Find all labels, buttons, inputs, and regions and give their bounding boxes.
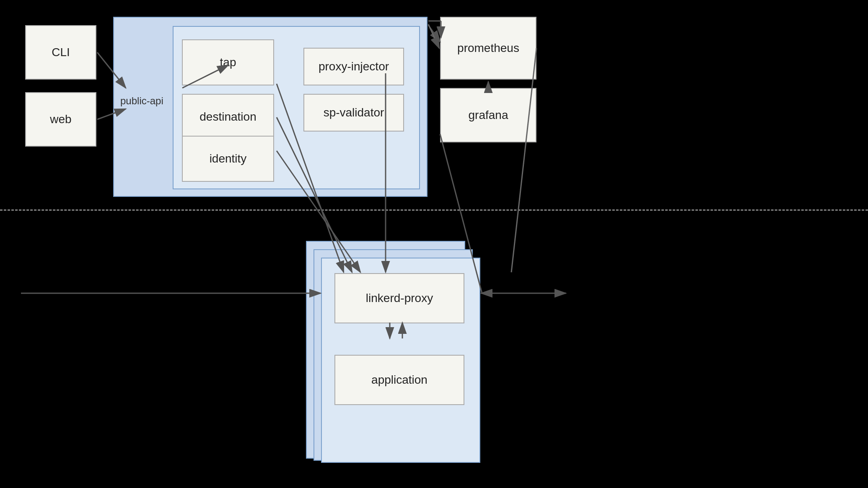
prometheus-box: prometheus: [440, 17, 536, 80]
destination-label: destination: [200, 110, 256, 124]
sp-validator-box: sp-validator: [303, 94, 404, 132]
control-plane-container: public-api tap destination identity prox…: [113, 17, 428, 197]
diagram: CLI web public-api tap destination ident…: [0, 0, 868, 488]
identity-label: identity: [210, 152, 247, 165]
linkerd-proxy-label: linkerd-proxy: [366, 292, 433, 305]
destination-box: destination: [182, 94, 274, 140]
container-to-prometheus-arrow: [428, 25, 440, 42]
tap-box: tap: [182, 39, 274, 85]
web-box: web: [25, 92, 96, 147]
sp-validator-label: sp-validator: [324, 106, 384, 119]
data-plane-container: linkerd-proxy application: [321, 258, 480, 463]
cli-label: CLI: [52, 46, 70, 59]
tap-label: tap: [220, 56, 236, 69]
web-label: web: [50, 113, 71, 126]
proxy-injector-box: proxy-injector: [303, 48, 404, 85]
application-box: application: [334, 355, 464, 405]
prometheus-scrape-line: [511, 48, 536, 272]
grafana-label: grafana: [469, 108, 508, 122]
grafana-box: grafana: [440, 88, 536, 142]
inner-components-container: tap destination identity proxy-injector …: [173, 26, 420, 189]
cp-to-prometheus-arrow2: [428, 24, 439, 48]
identity-box: identity: [182, 136, 274, 182]
prometheus-label: prometheus: [457, 41, 519, 55]
application-label: application: [371, 373, 428, 387]
cli-box: CLI: [25, 25, 96, 80]
proxy-injector-label: proxy-injector: [319, 60, 389, 73]
linkerd-proxy-box: linkerd-proxy: [334, 273, 464, 323]
public-api-label: public-api: [120, 95, 163, 107]
dashed-separator: [0, 209, 868, 211]
